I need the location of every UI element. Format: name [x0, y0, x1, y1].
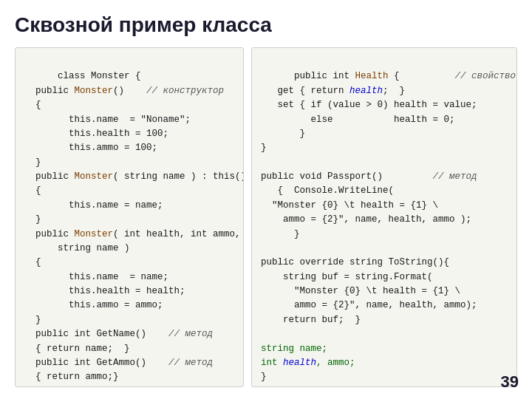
right-code-box: public int Health { // свойство get { re…: [251, 47, 517, 387]
content-area: class Monster { public Monster() // конс…: [15, 47, 517, 387]
slide-number: 39: [501, 372, 519, 392]
left-code-box: class Monster { public Monster() // конс…: [15, 47, 244, 387]
right-code-line: public int Health { // свойство get { re…: [261, 71, 516, 382]
slide: Сквозной пример класса class Monster { p…: [0, 0, 532, 399]
left-code-line: class Monster { public Monster() // конс…: [24, 71, 244, 382]
slide-title: Сквозной пример класса: [15, 13, 517, 37]
